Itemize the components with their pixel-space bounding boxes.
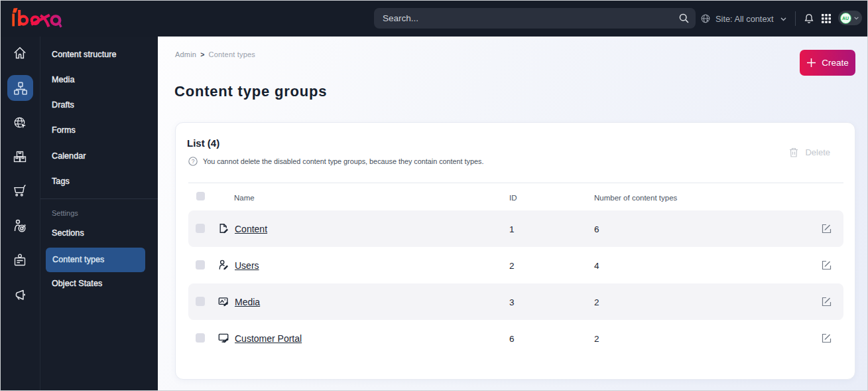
svg-text:?: ? xyxy=(192,158,195,165)
